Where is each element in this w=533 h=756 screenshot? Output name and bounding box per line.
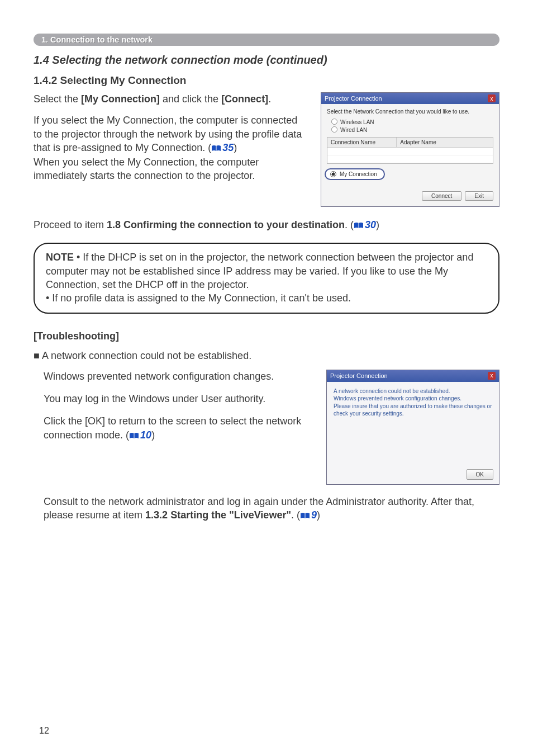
- error-line-1: A network connection could not be establ…: [334, 388, 492, 395]
- page-ref-30: 30: [365, 219, 376, 230]
- text-fragment: If you select the My Connection, the com…: [34, 115, 302, 153]
- text-fragment: .: [268, 93, 271, 105]
- heading-continued: 1.4 Selecting the network connection mod…: [34, 54, 499, 67]
- text-fragment: ): [151, 429, 155, 441]
- exit-button[interactable]: Exit: [465, 191, 493, 201]
- dialog-titlebar: Projector Connection x: [327, 370, 499, 382]
- dialog-title-text: Projector Connection: [325, 95, 382, 102]
- page-ref-9: 9: [311, 509, 317, 521]
- troubleshooting-heading: [Troubleshooting]: [34, 330, 499, 342]
- text-fragment: . (: [345, 219, 354, 230]
- text-fragment: When you select the My Connection, the c…: [34, 157, 259, 181]
- radio-wireless-lan[interactable]: Wireless LAN: [327, 118, 493, 126]
- book-icon: [300, 509, 310, 523]
- ok-button[interactable]: OK: [467, 469, 493, 480]
- table-row: [327, 148, 493, 155]
- text-fragment: and click the: [160, 93, 221, 105]
- section-header-pill: 1. Connection to the network: [34, 34, 499, 46]
- text-fragment: ): [317, 509, 320, 521]
- book-icon: [354, 219, 364, 233]
- error-dialog-body: A network connection could not be establ…: [327, 382, 499, 466]
- bold-proceed-target: 1.8 Confirming the connection to your de…: [107, 219, 345, 230]
- bold-my-connection: [My Connection]: [81, 93, 160, 105]
- intro-paragraph-1: Select the [My Connection] and click the…: [34, 92, 308, 106]
- note-box: NOTE • If the DHCP is set on in the proj…: [34, 243, 499, 314]
- book-icon: [129, 429, 139, 443]
- text-fragment: Select the: [34, 93, 81, 105]
- text-fragment: Proceed to item: [34, 219, 107, 230]
- page-ref-35: 35: [222, 142, 234, 153]
- error-dialog: Projector Connection x A network connect…: [326, 370, 499, 485]
- note-text-1: • If the DHCP is set on in the projector…: [46, 252, 473, 290]
- close-icon[interactable]: x: [488, 94, 496, 102]
- bold-ok: [OK]: [85, 415, 105, 427]
- th-adapter-name: Adapter Name: [397, 138, 493, 147]
- book-icon: [211, 142, 221, 155]
- text-fragment: . (: [291, 509, 300, 521]
- bold-connect: [Connect]: [221, 93, 268, 105]
- table-row: [327, 155, 493, 163]
- close-icon[interactable]: x: [488, 372, 496, 380]
- text-fragment: A network connection could not be establ…: [42, 350, 251, 361]
- projector-connection-dialog: Projector Connection x Select the Networ…: [321, 92, 499, 207]
- error-line-3: Please insure that you are authorized to…: [334, 403, 492, 418]
- connect-button[interactable]: Connect: [422, 191, 461, 201]
- intro-text-block: Select the [My Connection] and click the…: [34, 92, 308, 191]
- heading-sub: 1.4.2 Selecting My Connection: [34, 74, 499, 87]
- connection-table: Connection Name Adapter Name: [327, 137, 493, 164]
- page-ref-10: 10: [140, 429, 151, 441]
- text-fragment: Click the: [44, 415, 85, 427]
- note-text-2: • If no profile data is assigned to the …: [46, 292, 351, 304]
- trouble-p3: Click the [OK] to return to the screen t…: [44, 414, 312, 443]
- trouble-lead: A network connection could not be establ…: [34, 349, 499, 362]
- page-number: 12: [39, 726, 49, 736]
- radio-wired-lan[interactable]: Wired LAN: [327, 126, 493, 134]
- text-fragment: ): [234, 142, 237, 153]
- dialog-title-text: Projector Connection: [330, 372, 388, 380]
- consult-paragraph: Consult to the network administrator and…: [34, 495, 499, 523]
- intro-paragraph-2: If you select the My Connection, the com…: [34, 114, 308, 182]
- text-fragment: ): [376, 219, 379, 230]
- trouble-p2: You may log in the Windows under User au…: [44, 392, 312, 405]
- trouble-p1: Windows prevented network configuration …: [44, 370, 312, 383]
- dialog-prompt: Select the Network Connection that you w…: [327, 108, 493, 115]
- radio-my-connection[interactable]: My Connection: [325, 168, 385, 180]
- bold-resume-target: 1.3.2 Starting the "LiveViewer": [145, 509, 291, 521]
- th-connection-name: Connection Name: [327, 138, 397, 147]
- dialog-titlebar: Projector Connection x: [321, 93, 499, 104]
- note-label: NOTE: [46, 252, 74, 263]
- error-line-2: Windows prevented network configuration …: [334, 395, 492, 403]
- proceed-line: Proceed to item 1.8 Confirming the conne…: [34, 218, 499, 233]
